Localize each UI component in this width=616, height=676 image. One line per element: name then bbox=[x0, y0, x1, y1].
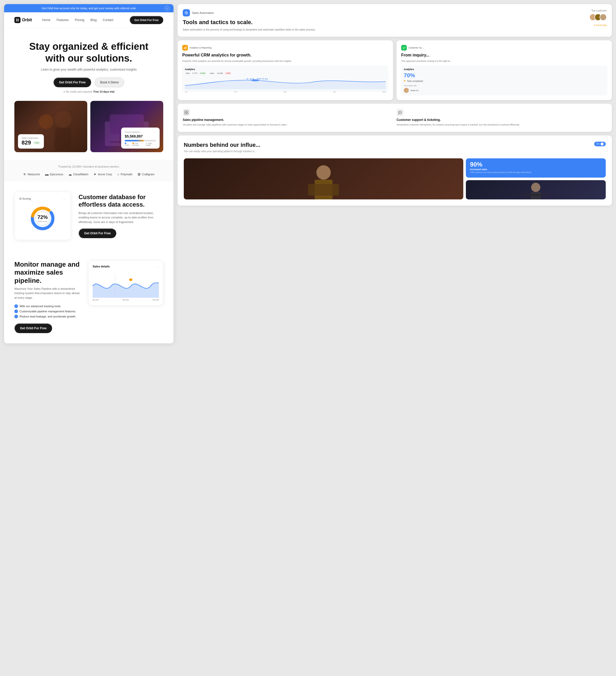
sales-stat: Sales -$1,569 -2.5% bbox=[209, 72, 231, 74]
customer-success-body: This approach prioritizes routing it to … bbox=[401, 60, 607, 63]
mini-analytics: Analytics Rate 0.77% +0.9% Sales -$1,569… bbox=[182, 65, 388, 92]
nav-cta-button[interactable]: Get Orbit For Free bbox=[130, 16, 163, 24]
check-icon-2: ✓ bbox=[14, 309, 18, 313]
hero-image-right: Finance Balance ··· $5,569,897 Profit To… bbox=[90, 101, 163, 152]
nav-contact[interactable]: Contact bbox=[103, 18, 113, 22]
svg-point-17 bbox=[129, 278, 132, 281]
numbers-label: Increased sales bbox=[470, 168, 602, 171]
sales-cta[interactable]: Get Orbit For Free bbox=[14, 323, 52, 333]
ai-scoring-title-row: Ai Scoring ··· bbox=[19, 196, 66, 201]
banner-close-button[interactable]: × bbox=[165, 6, 169, 10]
nav-logo[interactable]: Orbit bbox=[14, 17, 32, 23]
mini-line-chart: +0.5% Jan Feb Mar Apr May bbox=[185, 76, 386, 89]
customer-success-badge: Customer Su... bbox=[408, 47, 424, 49]
logo-acmecorp: ✦Acme Corp bbox=[94, 172, 112, 176]
toggle-on-button[interactable]: On bbox=[594, 142, 606, 146]
nav-blog[interactable]: Blog bbox=[90, 18, 97, 22]
mini-stats: Rate 0.77% +0.9% Sales -$1,569 -2.5% bbox=[185, 72, 386, 74]
logo-nietzsche: ✳Nietzsche bbox=[23, 172, 40, 176]
logo-epicurious: ▬Epicurious bbox=[45, 172, 63, 176]
check-icon-1: ✓ bbox=[14, 304, 18, 308]
hero-cta-primary[interactable]: Get Orbit For Free bbox=[53, 77, 91, 87]
sa-body: Sales automation is the process of using… bbox=[183, 28, 581, 32]
toggle-circle bbox=[601, 143, 604, 146]
trusted-section: Trusted by 10,000+ founders & business o… bbox=[4, 160, 173, 181]
feature-customer-support-title: Customer support & ticketing. bbox=[397, 118, 607, 122]
ai-scoring-widget: Ai Scoring ··· 72% lead score bbox=[14, 192, 71, 240]
feature-sales-pipeline: Sales pipeline management. Visualize and… bbox=[183, 109, 393, 127]
team-label: Your team sta... bbox=[404, 84, 605, 87]
analytics-icon bbox=[182, 45, 188, 51]
nav-home[interactable]: Home bbox=[42, 18, 50, 22]
hero-image-left: Total Customers 829 +1% bbox=[14, 101, 87, 152]
chart-title-row: Sales details ··· bbox=[93, 265, 159, 269]
navbar: Orbit Home Features Pricing Blog Contact… bbox=[4, 12, 173, 28]
check-item-1: ✓ With our advanced tracking tools. bbox=[14, 304, 80, 308]
wave-chart bbox=[93, 272, 159, 298]
feature-sales-pipeline-desc: Visualize and manage sales pipelines wit… bbox=[183, 123, 393, 127]
numbers-desc: CRM systems can boost sales product by 3… bbox=[470, 171, 602, 173]
ai-scoring-more[interactable]: ··· bbox=[63, 196, 66, 201]
svg-point-32 bbox=[531, 183, 541, 192]
logo-text: Orbit bbox=[22, 18, 32, 22]
donut-chart: 72% lead score bbox=[19, 204, 66, 232]
customers-widget: Total Customers 829 +1% bbox=[18, 134, 44, 149]
hero-note: ✳ No credit card required. Free 14 days … bbox=[19, 90, 158, 93]
finance-title: Finance Balance bbox=[125, 131, 140, 133]
svg-text:+0.5%: +0.5% bbox=[245, 78, 268, 80]
finance-more[interactable]: ··· bbox=[153, 130, 156, 134]
hero-heading: Stay organized & efficient with our solu… bbox=[19, 41, 158, 64]
sales-pipeline-section: Monitor manage and maximize sales pipeli… bbox=[4, 250, 173, 343]
svg-rect-27 bbox=[184, 113, 186, 114]
sales-automation-card: Sales Automation Tools and tactics to sc… bbox=[178, 4, 612, 37]
analytics-reporting-card: Analytics & Reporting Powerful CRM analy… bbox=[178, 40, 393, 100]
customer-success-header: Customer Su... bbox=[401, 45, 607, 51]
sa-header: Sales Automation bbox=[183, 9, 581, 16]
top-banner: Get Orbit free account only for today, a… bbox=[4, 4, 173, 12]
svg-point-29 bbox=[317, 165, 331, 180]
donut-sublabel: lead score bbox=[38, 220, 48, 223]
feature-sales-pipeline-title: Sales pipeline management. bbox=[183, 118, 393, 122]
numbers-small-col: 90% Increased sales CRM systems can boos… bbox=[466, 158, 606, 200]
banner-text: Get Orbit free account only for today, a… bbox=[42, 7, 136, 10]
numbers-dark-image bbox=[466, 180, 606, 200]
numbers-large-image bbox=[184, 158, 463, 200]
finance-value: $5,569,897 bbox=[125, 134, 156, 138]
nav-features[interactable]: Features bbox=[56, 18, 68, 22]
customer-db-cta[interactable]: Get Orbit For Free bbox=[78, 228, 116, 238]
hero-cta-secondary[interactable]: Book A Demo bbox=[95, 77, 124, 87]
right-panel: Sales Automation Tools and tactics to sc… bbox=[178, 4, 612, 343]
donut-percentage: 72% bbox=[38, 214, 48, 220]
mini-analytics-2: Analytics 70% ❤ Task completed Your team… bbox=[401, 65, 607, 96]
donut-center: 72% lead score bbox=[38, 214, 48, 223]
feature-customer-support-desc: Streamlines customer interactions, for i… bbox=[397, 123, 607, 127]
svg-rect-34 bbox=[526, 194, 546, 196]
svg-point-6 bbox=[54, 111, 71, 128]
nav-pricing[interactable]: Pricing bbox=[75, 18, 85, 22]
svg-rect-21 bbox=[185, 47, 185, 49]
rate-stat: Rate 0.77% +0.9% bbox=[185, 72, 206, 74]
user-name: Wade W... bbox=[410, 89, 420, 92]
chart-more[interactable]: ··· bbox=[156, 265, 159, 269]
hero-images: Total Customers 829 +1% Finance Balance … bbox=[4, 101, 173, 160]
user-row: Wade W... bbox=[404, 88, 605, 93]
finance-widget: Finance Balance ··· $5,569,897 Profit To… bbox=[121, 127, 160, 149]
customer-db-content: Customer database for effortless data ac… bbox=[78, 193, 163, 238]
analytics-header: Analytics & Reporting bbox=[182, 45, 388, 51]
customer-db-body: Brings all customer information into one… bbox=[78, 211, 163, 225]
logo-icon bbox=[14, 17, 20, 23]
feature-customer-support: Customer support & ticketing. Streamline… bbox=[397, 109, 607, 127]
sales-heading: Monitor manage and maximize sales pipeli… bbox=[14, 261, 80, 285]
mini-analytics-2-title: Analytics bbox=[404, 68, 605, 70]
numbers-title: Numbers behind our influe... bbox=[184, 142, 260, 148]
logo-polymath: ○Polymath bbox=[117, 172, 132, 176]
svg-rect-0 bbox=[16, 19, 17, 20]
widget-customers-value: 829 bbox=[21, 139, 31, 146]
numbers-percentage: 90% bbox=[470, 161, 602, 168]
sa-icon bbox=[183, 9, 190, 16]
svg-rect-3 bbox=[18, 20, 19, 21]
logo-cloudwatch: ☁CloudWatch bbox=[68, 172, 89, 176]
sa-heading: Tools and tactics to scale. bbox=[183, 19, 581, 26]
svg-rect-20 bbox=[184, 48, 184, 49]
chart-title: Sales details bbox=[93, 265, 110, 269]
